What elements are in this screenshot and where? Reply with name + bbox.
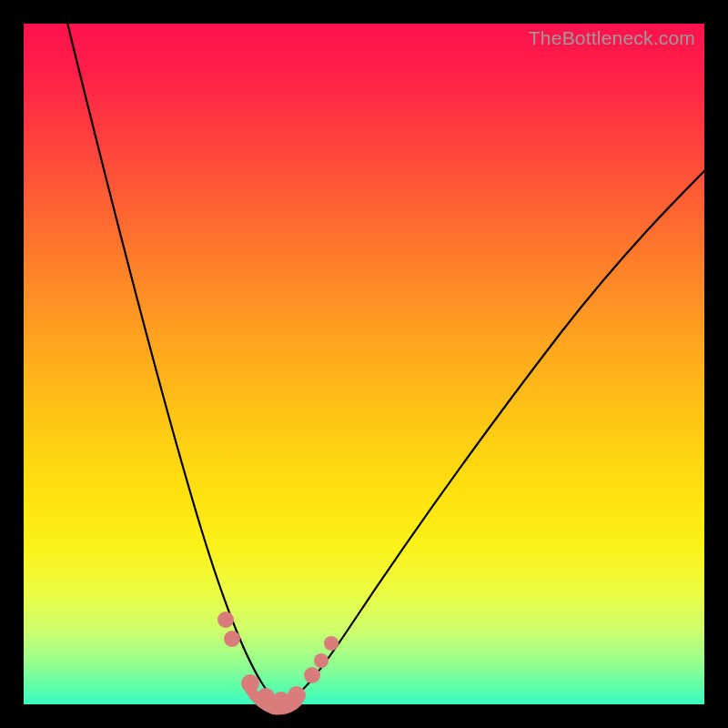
plot-area: TheBottleneck.com bbox=[24, 24, 704, 704]
curve-left bbox=[66, 19, 283, 702]
pt-r3 bbox=[324, 636, 339, 651]
curve-right bbox=[283, 167, 708, 702]
pt-l2 bbox=[224, 631, 240, 647]
pt-bl bbox=[241, 674, 259, 693]
pt-br bbox=[288, 686, 306, 704]
pt-l1 bbox=[217, 612, 234, 628]
curve-svg bbox=[24, 24, 704, 704]
pt-bm2 bbox=[272, 692, 290, 710]
pt-r1 bbox=[304, 667, 320, 683]
pt-r2 bbox=[314, 653, 329, 668]
chart-frame: TheBottleneck.com bbox=[0, 0, 728, 728]
pt-bm1 bbox=[257, 688, 275, 706]
